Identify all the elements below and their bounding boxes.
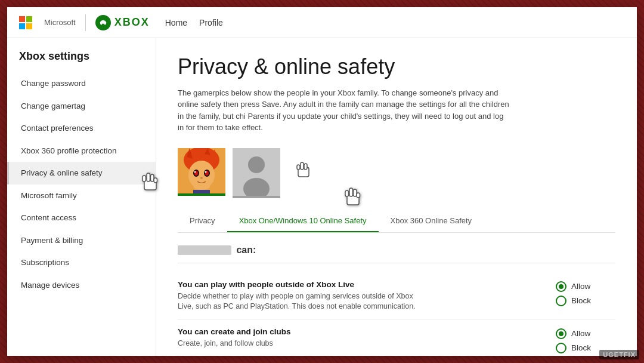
radio-btn-allow-clubs bbox=[556, 328, 566, 339]
sidebar: Xbox settings Change password Change gam… bbox=[7, 38, 156, 356]
page-title: Privacy & online safety bbox=[178, 55, 615, 79]
radio-allow-clubs[interactable]: Allow bbox=[556, 328, 615, 339]
radio-btn-block-clubs bbox=[556, 343, 566, 353]
svg-rect-23 bbox=[297, 165, 300, 170]
xbox-icon bbox=[95, 15, 111, 30]
tab-xbox360-safety[interactable]: Xbox 360 Online Safety bbox=[379, 210, 484, 232]
top-nav: Microsoft XBOX Home Profile bbox=[7, 7, 637, 38]
sidebar-item-manage-devices[interactable]: Manage devices bbox=[7, 274, 156, 297]
nav-separator bbox=[85, 14, 86, 31]
can-label: can: bbox=[178, 245, 615, 256]
tabs-row: Privacy Xbox One/Windows 10 Online Safet… bbox=[178, 210, 615, 233]
can-text: can: bbox=[236, 245, 256, 255]
xbox-logo: XBOX bbox=[95, 15, 150, 30]
avatar-selected-indicator bbox=[178, 193, 225, 196]
setting-title-clubs: You can create and join clubs bbox=[178, 327, 428, 336]
svg-point-13 bbox=[205, 171, 207, 173]
avatar-placeholder bbox=[233, 148, 280, 196]
setting-row-play-outside: You can play with people outside of Xbox… bbox=[178, 273, 615, 320]
svg-rect-22 bbox=[304, 164, 307, 170]
radio-label-allow: Allow bbox=[571, 282, 590, 291]
svg-point-15 bbox=[193, 183, 210, 190]
radio-label-block-clubs: Block bbox=[571, 343, 591, 352]
sidebar-item-change-gamertag[interactable]: Change gamertag bbox=[7, 95, 156, 118]
radio-allow-play-outside[interactable]: Allow bbox=[556, 281, 615, 292]
profile-link[interactable]: Profile bbox=[199, 18, 223, 27]
username-placeholder bbox=[178, 245, 231, 255]
tab-privacy[interactable]: Privacy bbox=[178, 210, 227, 232]
radio-label-allow-clubs: Allow bbox=[571, 329, 590, 338]
setting-title-play-outside: You can play with people outside of Xbox… bbox=[178, 280, 428, 289]
microsoft-logo bbox=[19, 16, 32, 29]
home-link[interactable]: Home bbox=[165, 18, 187, 27]
main-content: Privacy & online safety The gamerpics be… bbox=[156, 38, 637, 356]
avatar-image-user bbox=[178, 148, 225, 196]
setting-text-clubs: You can create and join clubs Create, jo… bbox=[178, 327, 428, 349]
svg-rect-21 bbox=[301, 162, 304, 170]
sidebar-item-privacy-safety[interactable]: Privacy & online safety bbox=[7, 162, 156, 184]
sidebar-title: Xbox settings bbox=[7, 50, 156, 72]
avatar-guest[interactable] bbox=[233, 148, 280, 196]
setting-text-play-outside: You can play with people outside of Xbox… bbox=[178, 280, 428, 312]
svg-point-12 bbox=[194, 171, 196, 173]
main-window: Microsoft XBOX Home Profile Xbox setting… bbox=[7, 7, 637, 356]
page-description: The gamerpics below show the people in y… bbox=[178, 87, 512, 134]
avatars-row bbox=[178, 148, 615, 196]
radio-label-block: Block bbox=[571, 296, 591, 305]
xbox-text: XBOX bbox=[114, 16, 150, 29]
nav-links: Home Profile bbox=[165, 18, 223, 27]
setting-options-play-outside: Allow Block bbox=[556, 280, 615, 306]
radio-btn-allow bbox=[556, 281, 566, 292]
setting-options-clubs: Allow Block bbox=[556, 327, 615, 353]
section-divider bbox=[178, 263, 615, 263]
radio-btn-block bbox=[556, 296, 566, 306]
radio-block-play-outside[interactable]: Block bbox=[556, 296, 615, 306]
sidebar-item-contact-preferences[interactable]: Contact preferences bbox=[7, 117, 156, 140]
sidebar-item-subscriptions[interactable]: Subscriptions bbox=[7, 251, 156, 274]
sidebar-item-payment-billing[interactable]: Payment & billing bbox=[7, 229, 156, 252]
setting-desc-clubs: Create, join, and follow clubs bbox=[178, 339, 428, 349]
svg-point-14 bbox=[200, 177, 203, 179]
avatar-guest-indicator bbox=[233, 196, 280, 198]
sidebar-item-change-password[interactable]: Change password bbox=[7, 72, 156, 95]
can-section: can: bbox=[178, 245, 615, 263]
arrow-right-icon bbox=[292, 158, 316, 186]
sidebar-item-microsoft-family[interactable]: Microsoft family bbox=[7, 184, 156, 207]
avatar-user[interactable] bbox=[178, 148, 225, 196]
sidebar-item-content-access[interactable]: Content access bbox=[7, 207, 156, 229]
tab-xbox-one-safety[interactable]: Xbox One/Windows 10 Online Safety bbox=[227, 210, 379, 232]
microsoft-text: Microsoft bbox=[44, 18, 76, 27]
content-area: Xbox settings Change password Change gam… bbox=[7, 38, 637, 356]
sidebar-item-xbox360-protection[interactable]: Xbox 360 profile protection bbox=[7, 140, 156, 162]
svg-point-18 bbox=[248, 156, 265, 173]
setting-row-clubs: You can create and join clubs Create, jo… bbox=[178, 320, 615, 356]
watermark: UGETFIX bbox=[599, 350, 639, 359]
setting-desc-play-outside: Decide whether to play with people on ga… bbox=[178, 291, 428, 312]
